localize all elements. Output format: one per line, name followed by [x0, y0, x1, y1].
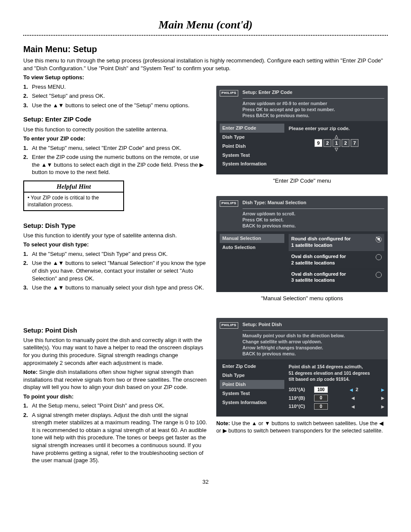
menu-item-system-test[interactable]: System Test — [220, 389, 284, 398]
zip-enter-label: To enter your ZIP code: — [23, 135, 208, 143]
point-steps: 1.At the Setup menu, select "Point Dish"… — [23, 402, 208, 464]
dotted-divider — [23, 35, 388, 36]
menu-item-point-dish[interactable]: Point Dish — [220, 142, 284, 151]
step-text: At the Setup menu, select "Point Dish" a… — [32, 402, 208, 410]
zip-digit[interactable]: 2 — [342, 139, 349, 147]
sat-row-b[interactable]: 119°(B) 0 ◀ ▶ — [289, 394, 384, 402]
left-arrow-icon[interactable]: ◀ — [352, 395, 355, 401]
zip-input[interactable]: 9 2 1 2 7 — [314, 139, 358, 147]
help-text: Manually point your dish to the directio… — [243, 333, 384, 339]
point-screen: PHILIPS Setup: Point Dish Manually point… — [216, 318, 388, 417]
left-arrow-icon[interactable]: ◀ — [352, 404, 355, 409]
menu-item-enter-zip[interactable]: Enter Zip Code — [220, 362, 284, 371]
dish-caption: "Manual Selection" menu options — [216, 295, 388, 302]
view-setup-label: To view Setup options: — [23, 74, 388, 81]
note-label: Note: — [23, 369, 37, 375]
step-text: A signal strength meter displays. Adjust… — [32, 411, 208, 464]
setup-menu: Enter ZIP Code Dish Type Point Dish Syst… — [220, 124, 284, 168]
signal-value: 0 — [314, 395, 328, 401]
transponder-value: 2 — [355, 386, 358, 393]
step-text: At the "Setup" menu, select "Enter ZIP C… — [32, 144, 208, 152]
hint-title: Helpful Hint — [24, 181, 123, 193]
screen-title: Setup: Enter ZIP Code — [243, 89, 384, 96]
point-heading: Setup: Point Dish — [23, 326, 208, 335]
menu-item-system-info[interactable]: System Information — [220, 159, 284, 168]
step-text: Enter the ZIP code using the numeric but… — [32, 153, 208, 176]
step-text: Use the ▲▼ buttons to select one of the … — [32, 102, 208, 109]
zip-heading: Setup: Enter ZIP Code — [23, 115, 208, 124]
helpful-hint-box: Helpful Hint Your ZIP code is critical t… — [23, 180, 124, 211]
help-text: BACK to previous menu. — [243, 223, 384, 229]
help-text: Arrow left/right changes transponder. — [243, 345, 384, 351]
dish-menu: Manual Selection Auto Selection — [220, 234, 284, 286]
zip-steps: 1.At the "Setup" menu, select "Enter ZIP… — [23, 144, 208, 176]
step-text: Press MENU. — [32, 83, 208, 91]
view-setup-steps: 1.Press MENU. 2.Select "Setup" and press… — [23, 83, 208, 109]
right-arrow-icon[interactable]: ▶ — [381, 395, 384, 401]
dish-screen: PHILIPS Dish Type: Manual Selection Arro… — [216, 196, 388, 292]
point-info: Point dish at 154 degrees azimuth, — [289, 364, 384, 370]
sat-label: 119°(B) — [289, 395, 312, 401]
menu-item-point-dish[interactable]: Point Dish — [220, 380, 284, 389]
zip-screen: PHILIPS Setup: Enter ZIP Code Arrow up/d… — [216, 86, 388, 175]
sat-label: 110°(C) — [289, 403, 312, 410]
point-note: Note: Single dish installations often sh… — [23, 368, 208, 391]
menu-item-dish-type[interactable]: Dish Type — [220, 133, 284, 142]
menu-item-system-info[interactable]: System Information — [220, 398, 284, 407]
setup-menu: Enter Zip Code Dish Type Point Dish Syst… — [220, 362, 284, 411]
help-text: Press OK to select. — [243, 217, 384, 223]
right-arrow-icon[interactable]: ▶ — [381, 404, 384, 409]
signal-value: 0 — [314, 403, 328, 410]
zip-digit[interactable]: 1 — [333, 139, 340, 147]
right-arrow-icon[interactable]: ▶ — [381, 387, 384, 392]
menu-item-system-test[interactable]: System Test — [220, 151, 284, 160]
menu-item-dish-type[interactable]: Dish Type — [220, 371, 284, 380]
dish-option-oval3[interactable]: Oval dish configured for 3 satellite loc… — [289, 269, 384, 286]
zip-digit[interactable]: 9 — [314, 139, 322, 147]
step-text: At the "Setup" menu, select "Dish Type" … — [32, 250, 208, 258]
dish-select-label: To select your dish type: — [23, 241, 208, 249]
screen-title: Setup: Point Dish — [243, 321, 384, 329]
page-title: Main Menu (cont'd) — [23, 17, 388, 32]
signal-value: 100 — [314, 386, 328, 393]
radio-icon — [376, 272, 382, 278]
page-number: 32 — [23, 478, 388, 486]
zip-intro: Use this function to correctly position … — [23, 126, 208, 134]
step-text: Use the ▲▼ buttons to manually select yo… — [32, 284, 208, 292]
setup-intro: Use this menu to run through the setup p… — [23, 57, 388, 72]
point-note: Note: Use the ▲ or ▼ buttons to switch b… — [216, 420, 388, 435]
menu-item-auto[interactable]: Auto Selection — [220, 243, 284, 252]
point-info: 51 degrees elevation and 101 degrees — [289, 370, 384, 376]
help-text: Change satellite with arrow up/down. — [243, 339, 384, 345]
opt-line: Round dish configured for — [291, 236, 373, 242]
radio-checked-icon — [376, 236, 382, 243]
sat-label: 101°(A) — [289, 386, 312, 393]
left-arrow-icon[interactable]: ◀ — [350, 387, 353, 392]
logo: PHILIPS — [220, 322, 238, 329]
up-arrow-icon: △ — [289, 134, 384, 139]
opt-line: 3 satellite locations — [291, 277, 373, 283]
dish-option-round[interactable]: Round dish configured for 1 satellite lo… — [289, 234, 384, 252]
menu-item-manual[interactable]: Manual Selection — [220, 234, 284, 243]
menu-item-enter-zip[interactable]: Enter ZIP Code — [220, 124, 284, 133]
help-text: Press OK to accept and go to next number… — [243, 106, 384, 112]
down-arrow-icon: ▽ — [289, 147, 384, 152]
setup-heading: Main Menu: Setup — [23, 44, 388, 55]
hint-body: Your ZIP code is critical to the install… — [24, 193, 123, 210]
opt-line: 1 satellite location — [291, 242, 373, 249]
dish-intro: Use this function to identify your type … — [23, 232, 208, 240]
point-intro: Use this function to manually point the … — [23, 336, 208, 367]
help-text: Arrow up/down or #0-9 to enter number — [243, 100, 384, 106]
dish-option-oval2[interactable]: Oval dish configured for 2 satellite loc… — [289, 252, 384, 269]
sat-row-c[interactable]: 110°(C) 0 ◀ ▶ — [289, 402, 384, 411]
zip-prompt: Please enter your zip code. — [289, 125, 384, 132]
zip-digit[interactable]: 2 — [324, 139, 331, 147]
zip-digit[interactable]: 7 — [351, 139, 358, 147]
note-body: Single dish installations often show hig… — [23, 369, 206, 390]
dish-steps: 1.At the "Setup" menu, select "Dish Type… — [23, 250, 208, 292]
step-text: Use the ▲▼ buttons to select "Manual Sel… — [32, 259, 208, 282]
step-text: Select "Setup" and press OK. — [32, 92, 208, 100]
help-text: Press BACK to previous menu. — [243, 112, 384, 118]
sat-row-a[interactable]: 101°(A) 100 ◀ 2 ▶ — [289, 386, 384, 394]
radio-icon — [376, 254, 382, 260]
